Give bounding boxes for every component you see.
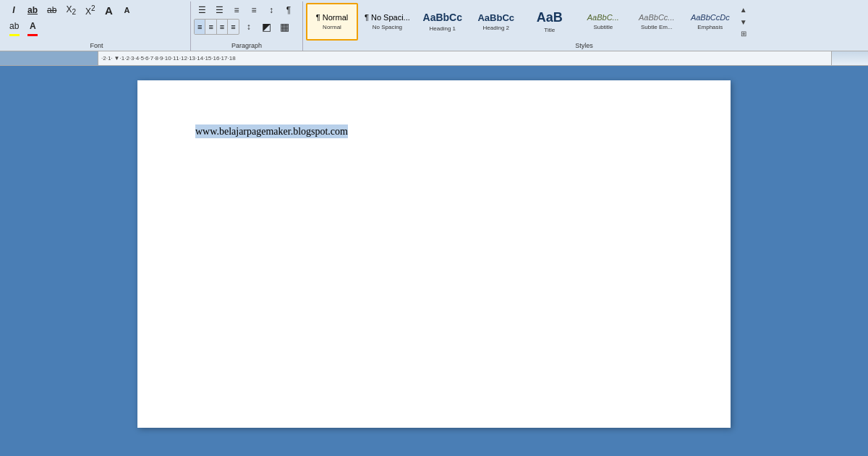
selected-text: www.belajarpagemaker.blogspot.com <box>195 124 348 138</box>
style-emphasis-label: Emphasis <box>697 24 723 30</box>
style-title-preview: AaB <box>537 10 563 26</box>
style-title-label: Title <box>544 27 555 33</box>
paragraph-section-label: Paragraph <box>191 42 302 49</box>
style-heading2-preview: AaBbCc <box>477 12 514 24</box>
para-row-1: ☰ ☰ ≡ ≡ ↕ ¶ <box>194 3 297 17</box>
font-color-button[interactable]: A <box>25 19 41 36</box>
style-normal[interactable]: ¶ Normal Normal <box>306 3 358 41</box>
style-normal-label: Normal <box>323 24 341 30</box>
style-heading1-label: Heading 1 <box>430 25 456 32</box>
style-heading2-label: Heading 2 <box>483 25 509 31</box>
style-subtitle-label: Subtitle <box>593 24 613 30</box>
indent-button[interactable]: ≡ <box>246 3 262 17</box>
ruler-content: ·2·1· ▼ ·1·2·3·4·5·6·7·8·9·10·11·12·13·1… <box>98 51 832 65</box>
show-marks-button[interactable]: ¶ <box>281 3 297 17</box>
italic-button[interactable]: I <box>6 3 22 17</box>
numbering-button[interactable]: ☰ <box>211 3 227 17</box>
para-row-2: ≡ ≡ ≡ ≡ ↕ ◩ ▦ <box>194 19 297 35</box>
alignment-group: ≡ ≡ ≡ ≡ <box>194 19 239 35</box>
style-no-spacing-preview: ¶ No Spaci... <box>365 13 410 22</box>
font-color-row: ab A <box>6 19 184 36</box>
highlight-color-button[interactable]: ab <box>6 19 22 36</box>
align-justify-button[interactable]: ≡ <box>228 20 238 34</box>
styles-expand[interactable]: ⊞ <box>738 28 749 39</box>
styles-scroll-up[interactable]: ▲ <box>738 4 749 15</box>
style-heading1-preview: AaBbCc <box>423 12 462 24</box>
font-section-label: Font <box>3 42 190 49</box>
sort-button[interactable]: ↕ <box>263 3 279 17</box>
outdent-button[interactable]: ≡ <box>229 3 244 17</box>
borders-button[interactable]: ▦ <box>276 20 293 34</box>
document-area: www.belajarpagemaker.blogspot.com <box>0 66 868 456</box>
underline-label: ab <box>27 5 38 15</box>
styles-scroll-down[interactable]: ▼ <box>738 17 749 28</box>
highlight-btn[interactable]: ab <box>6 19 22 33</box>
bullets-button[interactable]: ☰ <box>194 3 210 17</box>
styles-section-label: Styles <box>303 42 865 49</box>
subscript-button[interactable]: X2 <box>62 3 80 17</box>
strikethrough-button[interactable]: ab <box>43 3 60 17</box>
font-shrink-button[interactable]: A <box>119 3 135 17</box>
ruler-left-margin <box>0 51 98 65</box>
styles-row: ¶ Normal Normal ¶ No Spaci... No Spacing… <box>306 3 862 41</box>
font-grow-button[interactable]: A <box>101 3 117 17</box>
styles-section: ¶ Normal Normal ¶ No Spaci... No Spacing… <box>303 1 865 51</box>
align-center-button[interactable]: ≡ <box>205 20 216 34</box>
shading-button[interactable]: ◩ <box>258 20 275 34</box>
style-subtitle[interactable]: AaBbC... Subtitle <box>577 3 629 41</box>
style-no-spacing[interactable]: ¶ No Spaci... No Spacing <box>359 3 415 41</box>
strike-label: ab <box>47 5 56 15</box>
style-subtle-em-label: Subtle Em... <box>641 24 673 30</box>
style-subtle-em-preview: AaBbCc... <box>639 13 675 22</box>
ruler-ticks: ·2·1· ▼ ·1·2·3·4·5·6·7·8·9·10·11·12·13·1… <box>98 55 831 62</box>
document-content[interactable]: www.belajarpagemaker.blogspot.com <box>195 124 673 139</box>
style-subtle-em[interactable]: AaBbCc... Subtle Em... <box>631 3 683 41</box>
style-heading1[interactable]: AaBbCc Heading 1 <box>417 3 469 41</box>
document-page[interactable]: www.belajarpagemaker.blogspot.com <box>137 80 731 428</box>
style-heading2[interactable]: AaBbCc Heading 2 <box>470 3 522 41</box>
subscript-label: X2 <box>66 4 76 16</box>
highlight-color-indicator <box>9 34 20 36</box>
style-title[interactable]: AaB Title <box>524 3 576 41</box>
align-right-button[interactable]: ≡ <box>217 20 228 34</box>
paragraph-section: ☰ ☰ ≡ ≡ ↕ ¶ ≡ ≡ ≡ ≡ ↕ ◩ ▦ Paragraph <box>191 1 303 51</box>
font-format-row: I ab ab X2 X2 A A <box>6 3 184 17</box>
font-color-btn[interactable]: A <box>25 19 41 33</box>
style-emphasis[interactable]: AaBbCcDc Emphasis <box>684 3 736 41</box>
align-left-button[interactable]: ≡ <box>195 20 205 34</box>
toolbar: I ab ab X2 X2 A A ab A <box>0 0 868 51</box>
line-spacing-button[interactable]: ↕ <box>241 20 257 34</box>
style-emphasis-preview: AaBbCcDc <box>691 13 730 22</box>
font-color-indicator <box>27 34 38 36</box>
superscript-button[interactable]: X2 <box>82 3 99 17</box>
superscript-label: X2 <box>85 4 95 17</box>
style-no-spacing-label: No Spacing <box>373 24 402 30</box>
font-section: I ab ab X2 X2 A A ab A <box>3 1 191 51</box>
style-normal-preview: ¶ Normal <box>316 13 348 22</box>
style-subtitle-preview: AaBbC... <box>587 13 619 22</box>
underline-button[interactable]: ab <box>24 3 41 17</box>
ruler: ·2·1· ▼ ·1·2·3·4·5·6·7·8·9·10·11·12·13·1… <box>0 51 868 66</box>
